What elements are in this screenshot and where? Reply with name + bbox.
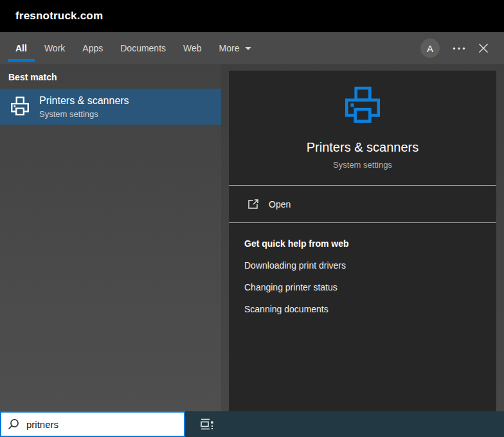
preview-panel: Printers & scanners System settings Open… <box>229 71 496 411</box>
best-match-subtitle: System settings <box>39 109 129 119</box>
avatar-initial: A <box>427 43 433 54</box>
search-box[interactable] <box>0 411 185 437</box>
open-action-label: Open <box>269 199 291 210</box>
close-search-button[interactable] <box>478 43 489 53</box>
best-match-result[interactable]: Printers & scanners System settings <box>0 89 221 125</box>
open-external-icon <box>247 198 260 211</box>
printer-icon <box>341 85 384 127</box>
tab-all[interactable]: All <box>15 32 27 64</box>
tabbar-controls: A <box>420 39 489 58</box>
more-options-button[interactable] <box>453 47 465 50</box>
tab-work-label: Work <box>44 43 65 53</box>
search-filter-icon <box>199 416 215 432</box>
tab-apps[interactable]: Apps <box>82 32 103 64</box>
preview-hero: Printers & scanners System settings <box>229 71 496 185</box>
magnifier-icon <box>8 418 19 430</box>
tab-web[interactable]: Web <box>183 32 202 64</box>
search-tab-bar: All Work Apps Documents Web More A <box>0 32 504 64</box>
help-link-printer-status[interactable]: Changing printer status <box>244 282 481 292</box>
window-title: fresnotruck.com <box>15 10 103 22</box>
chevron-down-icon <box>245 47 251 50</box>
search-results-area: Best match Printers & scanners System se… <box>0 64 504 411</box>
help-link-download-drivers[interactable]: Downloading print drivers <box>244 260 481 271</box>
tab-more[interactable]: More <box>219 32 251 64</box>
help-link-scanning-documents[interactable]: Scanning documents <box>244 304 481 314</box>
tab-more-label: More <box>219 43 240 53</box>
quick-help-section: Get quick help from web Downloading prin… <box>229 223 496 314</box>
panel-gap <box>221 64 229 411</box>
window-titlebar: fresnotruck.com <box>0 0 504 32</box>
tab-work[interactable]: Work <box>44 32 65 64</box>
best-match-title: Printers & scanners <box>39 95 129 107</box>
results-panel: Best match Printers & scanners System se… <box>0 64 221 411</box>
preview-subtitle: System settings <box>229 160 496 170</box>
best-match-section-label: Best match <box>8 72 221 82</box>
search-filter-button[interactable] <box>199 416 215 432</box>
avatar[interactable]: A <box>420 39 440 58</box>
taskbar-search-bar <box>0 411 504 437</box>
tab-documents[interactable]: Documents <box>120 32 166 64</box>
best-match-text: Printers & scanners System settings <box>39 95 129 119</box>
search-input[interactable] <box>26 419 177 430</box>
printer-icon <box>9 96 31 118</box>
quick-help-heading: Get quick help from web <box>244 238 481 249</box>
tab-web-label: Web <box>183 43 202 53</box>
tab-all-label: All <box>15 43 27 53</box>
close-icon <box>478 43 489 53</box>
tab-documents-label: Documents <box>120 43 166 53</box>
tab-apps-label: Apps <box>82 43 103 53</box>
tab-list: All Work Apps Documents Web More <box>15 32 251 64</box>
ellipsis-icon <box>453 47 465 50</box>
preview-title: Printers & scanners <box>229 140 496 155</box>
open-action[interactable]: Open <box>229 186 496 222</box>
